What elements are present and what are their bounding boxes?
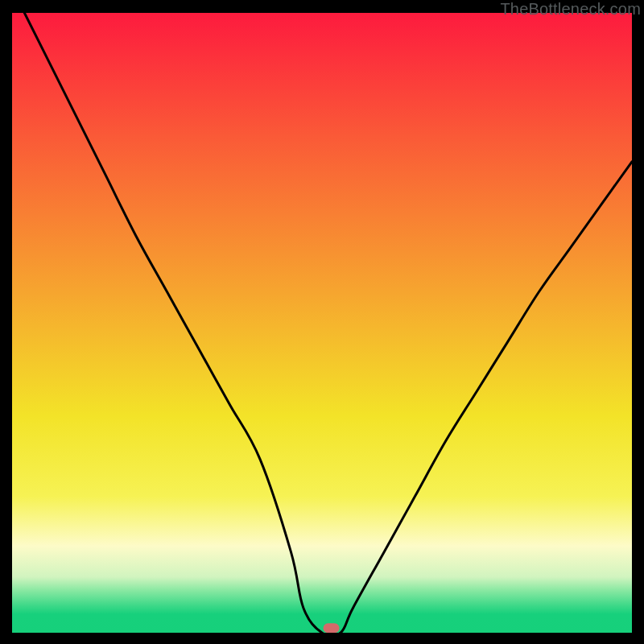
optimum-marker	[324, 623, 340, 633]
bottleneck-chart	[12, 13, 632, 633]
plot-frame	[12, 13, 632, 633]
chart-background	[12, 13, 632, 633]
